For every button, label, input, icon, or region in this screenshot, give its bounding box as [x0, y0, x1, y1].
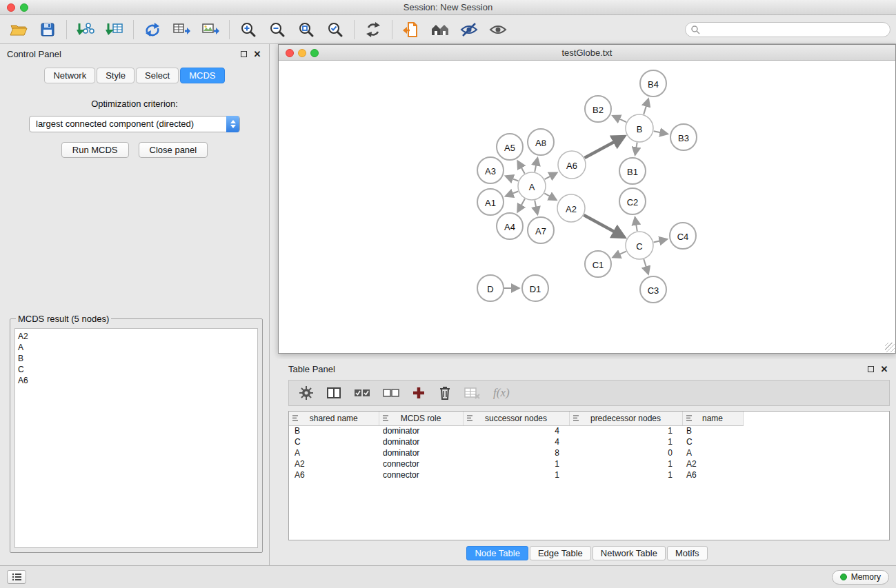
node-C[interactable]: C: [626, 232, 653, 259]
columns-icon[interactable]: [326, 385, 341, 401]
edge-B-B1[interactable]: [635, 143, 637, 155]
zoom-window-icon[interactable]: [20, 3, 28, 12]
import-table-icon[interactable]: [104, 19, 125, 40]
tab-motifs[interactable]: Motifs: [667, 546, 708, 560]
edge-B-B4[interactable]: [644, 99, 648, 114]
column-header-mcds-role[interactable]: MCDS role: [379, 412, 463, 425]
table-row[interactable]: Adominator80A: [289, 447, 743, 458]
gear-icon[interactable]: [299, 385, 314, 401]
export-table-icon[interactable]: [171, 19, 192, 40]
tab-mcds[interactable]: MCDS: [180, 68, 224, 83]
column-header-successor-nodes[interactable]: successor nodes: [463, 412, 569, 425]
mcds-result-item[interactable]: C: [18, 364, 255, 375]
mcds-result-list[interactable]: A2ABCA6: [14, 328, 258, 548]
edge-A6-B[interactable]: [585, 136, 625, 158]
mcds-result-item[interactable]: B: [18, 353, 255, 364]
memory-button[interactable]: Memory: [832, 570, 889, 585]
tab-network-table[interactable]: Network Table: [593, 546, 666, 560]
search-input[interactable]: [685, 22, 890, 37]
zoom-selected-icon[interactable]: [325, 19, 346, 40]
node-table[interactable]: shared name MCDS role successor nodes pr…: [288, 411, 890, 540]
edge-A-A1[interactable]: [506, 192, 518, 196]
delete-table-icon[interactable]: [464, 385, 481, 401]
edge-A-A7[interactable]: [535, 201, 537, 214]
column-header-name[interactable]: name: [682, 412, 743, 425]
close-window-icon[interactable]: [7, 3, 15, 12]
edge-A-A6[interactable]: [545, 173, 557, 179]
mcds-result-item[interactable]: A: [18, 342, 255, 353]
delete-row-icon[interactable]: [438, 385, 452, 401]
network-window-titlebar[interactable]: testGlobe.txt: [279, 45, 895, 61]
zoom-out-icon[interactable]: [267, 19, 288, 40]
node-A[interactable]: A: [518, 172, 546, 200]
edge-A-A8[interactable]: [535, 159, 537, 172]
edge-B-B3[interactable]: [654, 131, 668, 134]
node-A6[interactable]: A6: [558, 151, 586, 179]
edge-C-C3[interactable]: [644, 259, 648, 274]
float-panel-icon[interactable]: [239, 49, 248, 59]
close-panel-icon[interactable]: ✕: [252, 49, 262, 59]
node-A2[interactable]: A2: [557, 194, 585, 222]
criterion-dropdown[interactable]: largest connected component (directed): [29, 116, 240, 132]
edge-C-C4[interactable]: [654, 239, 667, 242]
open-folder-icon[interactable]: [8, 19, 29, 40]
tab-node-table[interactable]: Node Table: [466, 546, 528, 560]
table-row[interactable]: A2connector11A2: [289, 458, 743, 469]
node-D1[interactable]: D1: [522, 275, 548, 301]
edge-A2-C[interactable]: [584, 215, 624, 237]
close-panel-button[interactable]: Close panel: [139, 142, 208, 158]
task-history-icon[interactable]: [7, 570, 26, 584]
node-A1[interactable]: A1: [477, 189, 504, 215]
table-row[interactable]: A6connector11A6: [289, 469, 743, 480]
mcds-result-item[interactable]: A6: [18, 375, 255, 386]
select-all-icon[interactable]: [354, 385, 370, 401]
edge-C-C1[interactable]: [613, 252, 626, 258]
network-minimize-icon[interactable]: [298, 49, 306, 57]
add-row-icon[interactable]: [412, 385, 426, 401]
node-B2[interactable]: B2: [585, 96, 611, 122]
node-A3[interactable]: A3: [477, 157, 504, 183]
tab-edge-table[interactable]: Edge Table: [530, 546, 591, 560]
deselect-all-icon[interactable]: [383, 385, 399, 401]
zoom-fit-icon[interactable]: [296, 19, 317, 40]
node-C2[interactable]: C2: [619, 188, 646, 214]
open-session-file-icon[interactable]: [401, 19, 421, 40]
edge-A-A5[interactable]: [518, 161, 525, 174]
import-network-icon[interactable]: [75, 19, 96, 40]
export-network-icon[interactable]: [142, 19, 163, 40]
node-C4[interactable]: C4: [670, 223, 696, 249]
node-B[interactable]: B: [626, 114, 653, 142]
node-B1[interactable]: B1: [619, 158, 646, 184]
function-builder-icon[interactable]: f(x): [493, 385, 510, 401]
node-A8[interactable]: A8: [528, 129, 554, 155]
network-zoom-icon[interactable]: [310, 49, 319, 57]
hide-graphics-details-icon[interactable]: [459, 19, 479, 40]
table-row[interactable]: Bdominator41B: [289, 425, 743, 436]
mcds-result-item[interactable]: A2: [18, 331, 255, 342]
node-D[interactable]: D: [477, 275, 504, 301]
node-A4[interactable]: A4: [497, 213, 523, 239]
node-C1[interactable]: C1: [585, 251, 611, 277]
zoom-in-icon[interactable]: [238, 19, 259, 40]
node-B3[interactable]: B3: [670, 124, 697, 150]
node-B4[interactable]: B4: [640, 70, 666, 97]
resize-grip[interactable]: [885, 343, 895, 352]
network-overview-icon[interactable]: [430, 19, 450, 40]
node-A7[interactable]: A7: [528, 217, 554, 243]
edge-A-A4[interactable]: [518, 199, 525, 212]
refresh-icon[interactable]: [363, 19, 384, 40]
table-close-panel-icon[interactable]: ✕: [879, 364, 889, 374]
save-icon[interactable]: [37, 19, 58, 40]
network-canvas[interactable]: B4B2BB3A8A5A6A3B1AA1C2A2A4A7C4CC1C3DD1: [279, 61, 895, 353]
tab-network[interactable]: Network: [44, 68, 95, 83]
column-header-predecessor-nodes[interactable]: predecessor nodes: [569, 412, 682, 425]
tab-style[interactable]: Style: [97, 68, 135, 83]
column-header-shared-name[interactable]: shared name: [289, 412, 379, 425]
table-float-panel-icon[interactable]: [866, 364, 875, 374]
edge-B-B2[interactable]: [613, 116, 626, 122]
export-image-icon[interactable]: [200, 19, 221, 40]
edge-C-C2[interactable]: [635, 218, 637, 232]
edge-A-A2[interactable]: [544, 193, 556, 200]
node-A5[interactable]: A5: [497, 134, 523, 160]
run-mcds-button[interactable]: Run MCDS: [61, 142, 129, 158]
